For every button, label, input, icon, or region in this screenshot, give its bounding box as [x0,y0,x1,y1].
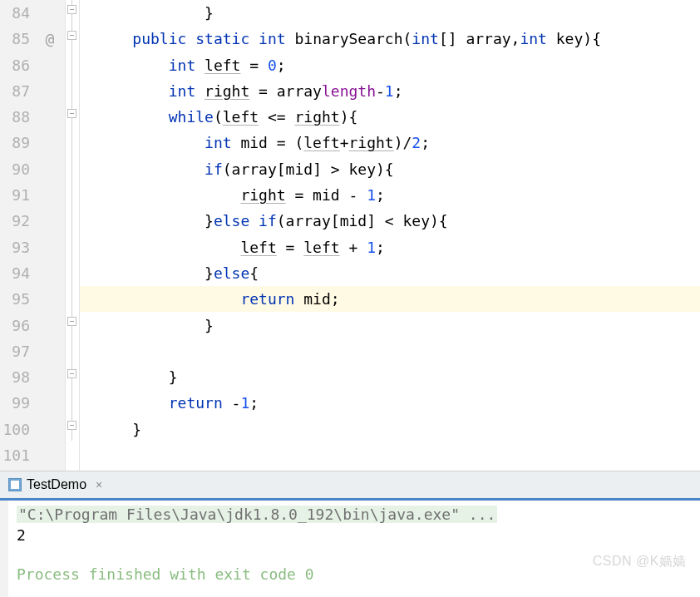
line-number: 96 [0,313,30,338]
line-number: 95 [0,286,30,312]
watermark: CSDN @K嫱嫱 [593,553,687,570]
code-line[interactable]: return mid; [80,286,700,312]
run-tab-label[interactable]: TestDemo [27,477,86,492]
code-line[interactable]: }else{ [80,260,700,286]
annotation-gutter: @ [35,0,65,471]
console-output: 2 [17,526,700,544]
line-number-gutter: 84 85 86 87 88 89 90 91 92 93 94 95 96 9… [0,0,35,471]
run-console[interactable]: "C:\Program Files\Java\jdk1.8.0_192\bin\… [0,501,700,597]
fold-toggle-icon[interactable] [67,421,76,430]
code-editor[interactable]: 84 85 86 87 88 89 90 91 92 93 94 95 96 9… [0,0,700,471]
code-line[interactable]: if(array[mid] > key){ [80,156,700,182]
line-number: 100 [0,417,30,442]
vcs-marker[interactable]: @ [35,26,65,52]
line-number: 99 [0,390,30,416]
line-number: 101 [0,442,30,468]
fold-gutter[interactable] [65,0,80,471]
line-number: 88 [0,104,30,130]
fold-toggle-icon[interactable] [67,369,76,378]
line-number: 84 [0,0,30,26]
code-line[interactable] [80,338,700,364]
console-command: "C:\Program Files\Java\jdk1.8.0_192\bin\… [17,506,497,523]
console-gutter [0,501,8,597]
code-line[interactable]: while(left <= right){ [80,104,700,130]
line-number: 91 [0,182,30,208]
line-number: 85 [0,26,30,52]
line-number: 92 [0,208,30,234]
code-line[interactable]: int right = arraylength-1; [80,78,700,104]
line-number: 89 [0,130,30,155]
code-line[interactable]: }else if(array[mid] < key){ [80,208,700,234]
line-number: 87 [0,78,30,104]
line-number: 86 [0,52,30,78]
fold-toggle-icon[interactable] [67,5,76,14]
code-content[interactable]: } public static int binarySearch(int[] a… [80,0,700,471]
code-line[interactable]: } [80,364,700,390]
code-line[interactable]: public static int binarySearch(int[] arr… [80,26,700,52]
fold-toggle-icon[interactable] [67,317,76,326]
fold-toggle-icon[interactable] [67,109,76,118]
line-number: 93 [0,234,30,260]
close-icon[interactable]: × [93,479,105,491]
run-tab-icon [8,478,22,491]
line-number: 98 [0,364,30,390]
fold-toggle-icon[interactable] [67,31,76,40]
code-line[interactable]: int left = 0; [80,52,700,78]
code-line[interactable]: } [80,0,700,26]
code-line[interactable]: left = left + 1; [80,234,700,260]
code-line[interactable]: } [80,417,700,442]
line-number: 90 [0,156,30,182]
run-tool-tabbar[interactable]: TestDemo × [0,471,700,501]
line-number: 97 [0,338,30,364]
code-line[interactable] [80,442,700,468]
code-line[interactable]: right = mid - 1; [80,182,700,208]
code-line[interactable]: return -1; [80,390,700,416]
line-number: 94 [0,260,30,286]
code-line[interactable]: } [80,313,700,338]
code-line[interactable]: int mid = (left+right)/2; [80,130,700,155]
